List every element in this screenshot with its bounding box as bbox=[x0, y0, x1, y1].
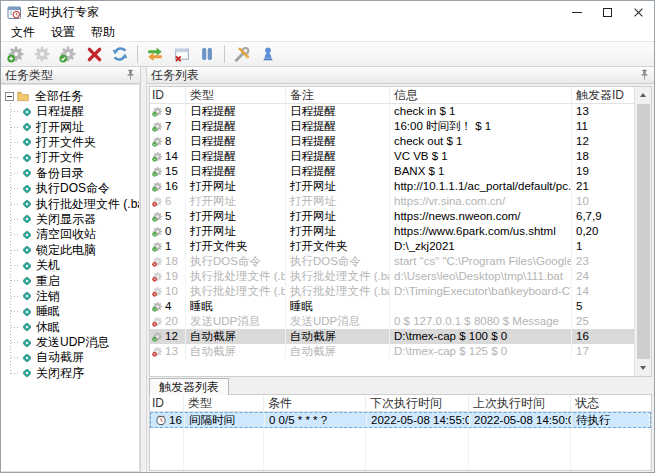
gear-check-icon bbox=[152, 136, 163, 147]
tag-icon bbox=[21, 136, 33, 148]
column-header-status[interactable]: 状态 bbox=[571, 395, 651, 411]
maximize-button[interactable] bbox=[592, 1, 623, 23]
table-row[interactable]: 18执行DOS命令执行DOS命令start "cs" "C:\Program F… bbox=[150, 254, 634, 269]
scrollbar-thumb[interactable] bbox=[637, 104, 650, 359]
task-types-panel-title: 任务类型 bbox=[5, 67, 53, 84]
tag-icon bbox=[21, 198, 33, 210]
toolbar-exchange-button[interactable] bbox=[143, 43, 167, 65]
table-row[interactable]: 19执行批处理文件 (.bat)执行批处理文件 (.bat)d:\Users\l… bbox=[150, 269, 634, 284]
table-row[interactable]: 4睡眠睡眠5 bbox=[150, 299, 634, 314]
tree-item[interactable]: 锁定此电脑 bbox=[1, 243, 139, 258]
tab-trigger-list[interactable]: 触发器列表 bbox=[149, 378, 229, 395]
toolbar-edit-task-button[interactable] bbox=[30, 43, 54, 65]
tree-item[interactable]: 打开文件 bbox=[1, 150, 139, 165]
task-type-cell: 打开网址 bbox=[186, 179, 286, 194]
task-note-cell: 打开网址 bbox=[286, 179, 390, 194]
tree-item[interactable]: 休眠 bbox=[1, 319, 139, 334]
task-trigger-id-cell: 6,7,9 bbox=[572, 209, 634, 224]
scroll-down-button[interactable] bbox=[635, 360, 651, 376]
menu-file[interactable]: 文件 bbox=[3, 23, 43, 42]
minimize-button[interactable] bbox=[561, 1, 592, 23]
pushpin-icon[interactable] bbox=[639, 69, 650, 81]
close-button[interactable] bbox=[623, 1, 654, 23]
task-id-cell: 10 bbox=[150, 284, 186, 299]
tree-item[interactable]: 备份目录 bbox=[1, 166, 139, 181]
menu-settings[interactable]: 设置 bbox=[43, 23, 83, 42]
table-row[interactable]: 9日程提醒日程提醒check in $ 113 bbox=[150, 104, 634, 119]
menu-help[interactable]: 帮助 bbox=[83, 23, 123, 42]
tree-item[interactable]: 清空回收站 bbox=[1, 227, 139, 242]
toolbar-pause-button[interactable] bbox=[195, 43, 219, 65]
column-header-note[interactable]: 备注 bbox=[286, 87, 390, 103]
tree-item[interactable]: 自动截屏 bbox=[1, 350, 139, 365]
table-row[interactable]: 7日程提醒日程提醒16:00 时间到！ $ 111 bbox=[150, 119, 634, 134]
tree-item[interactable]: 打开网址 bbox=[1, 119, 139, 134]
table-row[interactable]: 5打开网址打开网址https://news.nweon.com/6,7,9 bbox=[150, 209, 634, 224]
tree-item[interactable]: 睡眠 bbox=[1, 304, 139, 319]
tree-item[interactable]: 重启 bbox=[1, 273, 139, 288]
trigger-table-header: ID 类型 条件 下次执行时间 上次执行时间 状态 bbox=[150, 395, 651, 412]
table-row[interactable]: 10执行批处理文件 (.bat)执行批处理文件 (.bat)D:\TimingE… bbox=[150, 284, 634, 299]
table-row[interactable]: 12自动截屏自动截屏D:\tmex-cap $ 100 $ 016 bbox=[150, 329, 634, 344]
column-header-id[interactable]: ID bbox=[150, 87, 186, 103]
column-header-type[interactable]: 类型 bbox=[184, 395, 264, 411]
column-header-next-run[interactable]: 下次执行时间 bbox=[366, 395, 469, 411]
tag-icon bbox=[21, 229, 33, 241]
tree-item[interactable]: 打开文件夹 bbox=[1, 135, 139, 150]
toolbar-refresh-button[interactable] bbox=[108, 43, 132, 65]
task-id-cell: 0 bbox=[150, 224, 186, 239]
task-id-cell: 6 bbox=[150, 194, 186, 209]
app-window: 定时执行专家 文件设置帮助 bbox=[0, 0, 655, 473]
table-row[interactable]: 16打开网址打开网址http://10.1.1.1/ac_portal/defa… bbox=[150, 179, 634, 194]
toolbar-tools-button[interactable] bbox=[230, 43, 254, 65]
tree-item[interactable]: 执行DOS命令 bbox=[1, 181, 139, 196]
gear-x-icon bbox=[152, 271, 163, 282]
table-row[interactable]: 15日程提醒日程提醒BANX $ 119 bbox=[150, 164, 634, 179]
tree-item[interactable]: 执行批处理文件 (.bat) bbox=[1, 196, 139, 211]
collapse-icon[interactable] bbox=[5, 92, 14, 101]
gear-check-icon bbox=[152, 301, 163, 312]
toolbar-remove-schedule-button[interactable] bbox=[169, 43, 193, 65]
table-row[interactable]: 0打开网址打开网址https://www.6park.com/us.shtml0… bbox=[150, 224, 634, 239]
trigger-row[interactable]: 16间隔时间0 0/5 * * * ?2022-05-08 14:55:0020… bbox=[150, 412, 651, 428]
table-row[interactable]: 14日程提醒日程提醒VC VB $ 118 bbox=[150, 149, 634, 164]
tree-item[interactable]: 发送UDP消息 bbox=[1, 335, 139, 350]
column-header-trigger[interactable]: 触发器ID bbox=[572, 87, 634, 103]
table-row[interactable]: 1打开文件夹打开文件夹D:\_zkj20211 bbox=[150, 239, 634, 254]
toolbar-assistant-button[interactable] bbox=[256, 43, 280, 65]
column-header-condition[interactable]: 条件 bbox=[264, 395, 366, 411]
tree-connector bbox=[11, 280, 19, 281]
table-row[interactable]: 6打开网址打开网址https://vr.sina.com.cn/10 bbox=[150, 194, 634, 209]
task-type-cell: 打开网址 bbox=[186, 209, 286, 224]
tree-item[interactable]: 日程提醒 bbox=[1, 104, 139, 119]
task-trigger-id-cell: 21 bbox=[572, 179, 634, 194]
column-header-info[interactable]: 信息 bbox=[390, 87, 572, 103]
task-type-cell: 自动截屏 bbox=[186, 344, 286, 359]
tree-root-all-tasks[interactable]: 全部任务 bbox=[1, 88, 139, 104]
scroll-up-button[interactable] bbox=[635, 87, 651, 103]
tree-item[interactable]: 注销 bbox=[1, 289, 139, 304]
trigger-table-empty-area bbox=[150, 428, 651, 470]
toolbar-delete-task-button[interactable] bbox=[82, 43, 106, 65]
table-row[interactable]: 13自动截屏自动截屏D:\tmex-cap $ 125 $ 017 bbox=[150, 344, 634, 359]
tree-item[interactable]: 关机 bbox=[1, 258, 139, 273]
column-header-type[interactable]: 类型 bbox=[186, 87, 286, 103]
gear-check-icon bbox=[152, 226, 163, 237]
task-note-cell: 日程提醒 bbox=[286, 164, 390, 179]
toolbar-enable-task-button[interactable] bbox=[56, 43, 80, 65]
refresh-icon bbox=[111, 45, 129, 63]
task-type-cell: 打开网址 bbox=[186, 224, 286, 239]
task-id-cell: 18 bbox=[150, 254, 186, 269]
task-id-cell: 14 bbox=[150, 149, 186, 164]
column-header-id[interactable]: ID bbox=[150, 395, 184, 411]
tree-item[interactable]: 关闭程序 bbox=[1, 366, 139, 381]
vertical-scrollbar[interactable] bbox=[634, 87, 651, 376]
task-id-cell: 19 bbox=[150, 269, 186, 284]
toolbar-add-task-button[interactable] bbox=[4, 43, 28, 65]
pushpin-icon[interactable] bbox=[125, 69, 136, 81]
tree-item[interactable]: 关闭显示器 bbox=[1, 212, 139, 227]
table-row[interactable]: 8日程提醒日程提醒check out $ 112 bbox=[150, 134, 634, 149]
task-note-cell: 自动截屏 bbox=[286, 329, 390, 344]
column-header-last-run[interactable]: 上次执行时间 bbox=[469, 395, 571, 411]
table-row[interactable]: 20发送UDP消息发送UDP消息0 $ 127.0.0.1 $ 8080 $ M… bbox=[150, 314, 634, 329]
